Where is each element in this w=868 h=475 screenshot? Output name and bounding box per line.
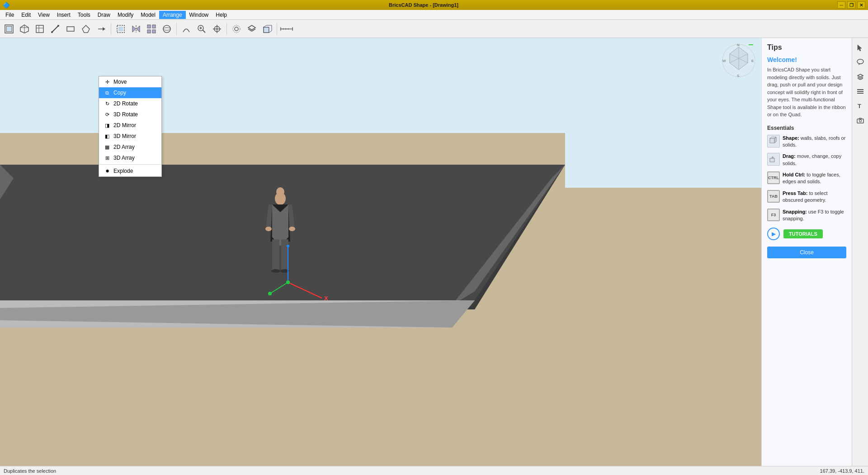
- tips-intro: In BricsCAD Shape you start modeling dir…: [767, 66, 846, 119]
- ctrl-tip-icon: CTRL: [767, 171, 780, 184]
- tips-essentials-title: Essentials: [767, 125, 846, 131]
- tool-2d-view[interactable]: [2, 22, 16, 36]
- restore-button[interactable]: ❐: [847, 1, 855, 9]
- svg-point-34: [233, 25, 240, 33]
- menu-3d-mirror[interactable]: ◧ 3D Mirror: [99, 131, 161, 142]
- nav-cube[interactable]: N E S W: [721, 43, 757, 79]
- move-icon: ✛: [104, 78, 111, 86]
- menu-move[interactable]: ✛ Move: [99, 76, 161, 87]
- menu-3d-rotate[interactable]: ⟳ 3D Rotate: [99, 109, 161, 120]
- svg-rect-5: [36, 25, 43, 33]
- menu-arrange[interactable]: Arrange: [159, 11, 186, 19]
- tool-zoom-in[interactable]: [194, 22, 209, 36]
- tip-shape-text: Shape: walls, slabs, roofs or solids.: [783, 135, 846, 149]
- menu-2d-array-label: 2D Array: [113, 144, 135, 150]
- cursor-tool-icon[interactable]: [854, 42, 867, 54]
- menu-view[interactable]: View: [34, 11, 53, 19]
- menu-model[interactable]: Model: [137, 11, 159, 19]
- menu-copy[interactable]: ⧉ Copy: [99, 87, 161, 98]
- svg-point-9: [51, 31, 53, 33]
- shape-tip-icon: [767, 135, 780, 147]
- tool-sphere[interactable]: [160, 22, 174, 36]
- tip-snap: F3 Snapping: use F3 to toggle snapping.: [767, 209, 846, 223]
- svg-point-60: [271, 269, 280, 273]
- tool-grid-array[interactable]: [144, 22, 159, 36]
- menu-copy-label: Copy: [113, 90, 126, 96]
- tool-pan[interactable]: [210, 22, 224, 36]
- explode-icon: ✸: [104, 167, 111, 175]
- svg-point-10: [57, 25, 59, 27]
- menu-edit[interactable]: Edit: [18, 11, 34, 19]
- tool-select-region[interactable]: [113, 22, 128, 36]
- layers-icon[interactable]: [854, 71, 867, 83]
- menu-2d-rotate-label: 2D Rotate: [113, 100, 138, 107]
- svg-line-8: [52, 26, 58, 32]
- balloon-icon[interactable]: [854, 56, 867, 69]
- svg-marker-14: [103, 27, 105, 31]
- svg-point-71: [268, 292, 272, 295]
- svg-rect-58: [272, 239, 279, 271]
- toolbar-sep-3: [226, 23, 227, 35]
- tool-solid[interactable]: [260, 22, 274, 36]
- svg-rect-59: [281, 239, 288, 271]
- svg-text:N: N: [737, 43, 740, 47]
- tip-snap-text: Snapping: use F3 to toggle snapping.: [783, 209, 846, 223]
- svg-rect-20: [147, 25, 151, 28]
- menu-help[interactable]: Help: [212, 11, 231, 19]
- tip-drag-text: Drag: move, change, copy solids.: [783, 153, 846, 167]
- svg-rect-16: [118, 27, 123, 31]
- tool-shape[interactable]: [79, 22, 93, 36]
- menu-3d-array[interactable]: ⊞ 3D Array: [99, 152, 161, 163]
- tool-measure[interactable]: [279, 22, 294, 36]
- close-button[interactable]: ✕: [857, 1, 865, 9]
- menu-2d-array[interactable]: ▦ 2D Array: [99, 142, 161, 152]
- titlebar: 🔷 BricsCAD Shape - [Drawing1] ─ ❐ ✕: [0, 0, 868, 10]
- menu-3d-array-label: 3D Array: [113, 155, 135, 161]
- properties-icon[interactable]: [854, 85, 867, 98]
- menu-insert[interactable]: Insert: [53, 11, 74, 19]
- menu-2d-mirror[interactable]: ◨ 2D Mirror: [99, 120, 161, 131]
- svg-text:W: W: [722, 59, 726, 63]
- play-button[interactable]: ▶: [767, 228, 780, 240]
- camera-icon[interactable]: [854, 114, 867, 127]
- menu-window[interactable]: Window: [186, 11, 212, 19]
- svg-text:S: S: [737, 74, 739, 78]
- menu-2d-rotate[interactable]: ↻ 2D Rotate: [99, 98, 161, 109]
- tool-3d-view[interactable]: [17, 22, 32, 36]
- svg-rect-99: [857, 93, 863, 94]
- toolbar-sep-2: [176, 23, 177, 35]
- svg-text:T: T: [858, 103, 861, 109]
- close-panel-button[interactable]: Close: [767, 247, 846, 258]
- svg-marker-103: [859, 118, 862, 119]
- tutorials-button[interactable]: TUTORIALS: [783, 229, 823, 238]
- svg-marker-17: [132, 26, 136, 32]
- menu-draw[interactable]: Draw: [94, 11, 114, 19]
- svg-point-90: [857, 59, 863, 64]
- statusbar-right: 167.39, -413.9, 411.: [820, 468, 864, 474]
- tool-frame[interactable]: [33, 22, 47, 36]
- svg-point-64: [265, 227, 272, 231]
- tip-ctrl-text: Hold Ctrl: to toggle faces, edges and so…: [783, 171, 846, 185]
- svg-rect-38: [264, 27, 269, 33]
- right-icon-bar: T: [852, 38, 868, 466]
- minimize-button[interactable]: ─: [837, 1, 845, 9]
- menu-modify[interactable]: Modify: [114, 11, 137, 19]
- svg-text:X: X: [324, 295, 328, 302]
- tips-buttons: ▶ TUTORIALS: [767, 228, 846, 240]
- tool-arrow[interactable]: [94, 22, 108, 36]
- svg-marker-35: [248, 25, 255, 30]
- menu-explode[interactable]: ✸ Explode: [99, 166, 161, 176]
- viewport[interactable]: X N E: [0, 38, 761, 466]
- tool-snap[interactable]: [229, 22, 244, 36]
- tips-title: Tips: [767, 43, 846, 52]
- menu-tools[interactable]: Tools: [74, 11, 94, 19]
- tool-line[interactable]: [48, 22, 62, 36]
- text-icon[interactable]: T: [854, 100, 867, 112]
- tip-drag: Drag: move, change, copy solids.: [767, 153, 846, 167]
- tool-layers[interactable]: [245, 22, 259, 36]
- tip-tab: TAB Press Tab: to select obscured geomet…: [767, 190, 846, 204]
- tool-rectangle[interactable]: [63, 22, 78, 36]
- tool-arc[interactable]: [179, 22, 193, 36]
- tool-mirror[interactable]: [129, 22, 143, 36]
- menu-file[interactable]: File: [2, 11, 18, 19]
